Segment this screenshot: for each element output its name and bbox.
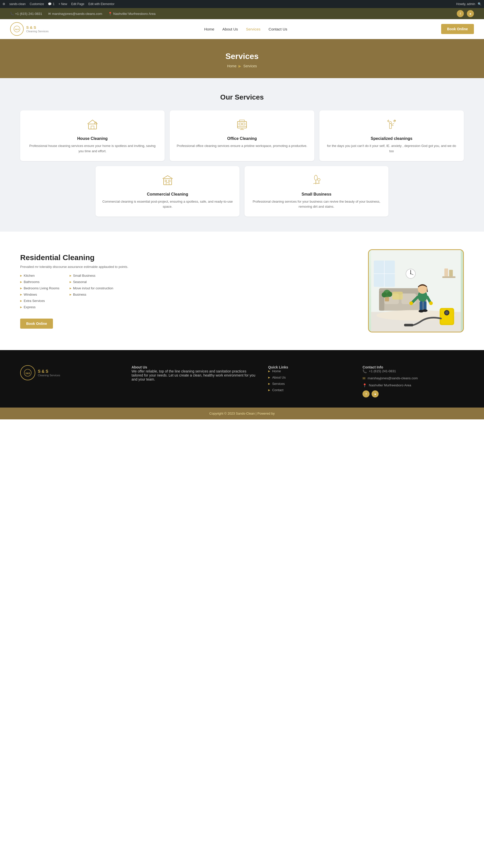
- nav-home[interactable]: Home: [204, 27, 214, 31]
- residential-image-area: [368, 249, 464, 333]
- location-icon: 📍: [108, 12, 112, 16]
- email-item[interactable]: ✉ marshayjones@sands-cleans.com: [48, 12, 102, 16]
- svg-rect-41: [404, 324, 414, 327]
- footer-phone-icon: 📞: [363, 369, 367, 373]
- svg-rect-3: [91, 126, 94, 129]
- residential-book-button[interactable]: Book Online: [20, 318, 53, 329]
- footer-location: 📍 Nashville/ Murfreesboro Area: [363, 383, 464, 388]
- footer-link-about[interactable]: About Us: [268, 375, 353, 379]
- nav-contact[interactable]: Contact Us: [269, 27, 287, 31]
- admin-comments[interactable]: 💬 1: [48, 2, 55, 6]
- email-address: marshayjones@sands-cleans.com: [52, 12, 102, 16]
- cleaning-image: [368, 249, 464, 333]
- house-cleaning-desc: Professional house cleaning services ens…: [26, 144, 158, 154]
- svg-point-40: [445, 311, 449, 314]
- admin-edit-page[interactable]: Edit Page: [71, 2, 84, 6]
- residential-list-col1: Kitchen Bathrooms Bedrooms Living Rooms …: [20, 274, 60, 311]
- footer-quicklinks-title: Quick Links: [268, 365, 353, 369]
- site-footer: S&S S & S Cleaning Services About Us We …: [0, 350, 484, 420]
- admin-wp-icon[interactable]: ⚙: [2, 2, 5, 6]
- svg-rect-13: [390, 124, 392, 128]
- office-cleaning-name: Office Cleaning: [176, 136, 308, 141]
- svg-rect-34: [392, 291, 403, 300]
- footer-about-col: About Us We offer reliable, top of the l…: [131, 365, 258, 398]
- svg-point-17: [394, 120, 395, 121]
- nav-services[interactable]: Services: [246, 27, 261, 31]
- commercial-cleaning-desc: Commercial cleaning is essential post-pr…: [101, 199, 234, 210]
- svg-point-64: [382, 292, 387, 298]
- book-online-button[interactable]: Book Online: [441, 24, 474, 34]
- location-text: Nashville/ Murfreesboro Area: [113, 12, 155, 16]
- list-item-seasonal: Seasonal: [69, 280, 114, 284]
- breadcrumb-home[interactable]: Home: [227, 64, 237, 68]
- office-cleaning-desc: Professional office cleaning services en…: [176, 144, 308, 149]
- logo-icon: S&S: [10, 22, 24, 36]
- banner-title: Services: [5, 52, 479, 61]
- footer-logo-icon: S&S: [20, 365, 35, 380]
- commercial-cleaning-icon: [101, 174, 234, 188]
- email-icon: ✉: [48, 12, 51, 16]
- svg-rect-54: [449, 270, 453, 277]
- facebook-icon[interactable]: f: [457, 10, 464, 17]
- footer-phone: 📞 +1 (615) 241-0831: [363, 369, 464, 373]
- list-item-windows: Windows: [20, 292, 60, 297]
- footer-link-home[interactable]: Home: [268, 369, 353, 373]
- svg-point-49: [410, 302, 413, 305]
- svg-rect-43: [420, 301, 423, 311]
- small-business-name: Small Business: [250, 192, 383, 196]
- footer-contact-title: Contact Info: [363, 365, 464, 369]
- footer-grid: S&S S & S Cleaning Services About Us We …: [20, 365, 464, 398]
- footer-instagram-icon[interactable]: ●: [371, 391, 379, 398]
- svg-point-14: [390, 122, 392, 124]
- list-item-small-business: Small Business: [69, 274, 114, 278]
- admin-customize[interactable]: Customize: [30, 2, 44, 6]
- location-item[interactable]: 📍 Nashville/ Murfreesboro Area: [108, 12, 155, 16]
- service-card-small-business: Small Business Professional cleaning ser…: [244, 166, 389, 217]
- admin-search-icon[interactable]: 🔍: [478, 2, 482, 6]
- footer-link-services[interactable]: Services: [268, 382, 353, 385]
- services-section-title: Our Services: [20, 93, 464, 101]
- admin-edit-elementor[interactable]: Edit with Elementor: [89, 2, 115, 6]
- service-card-house: House Cleaning Professional house cleani…: [20, 111, 164, 161]
- footer-logo-col: S&S S & S Cleaning Services: [20, 365, 121, 398]
- breadcrumb-current: Services: [243, 64, 257, 68]
- instagram-icon[interactable]: ●: [467, 10, 474, 17]
- page-banner: Services Home ▶ Services: [0, 39, 484, 78]
- svg-rect-20: [169, 180, 170, 182]
- services-grid-row1: House Cleaning Professional house cleani…: [20, 111, 464, 161]
- service-card-office: Office Cleaning Professional office clea…: [170, 111, 314, 161]
- svg-text:S&S: S&S: [15, 28, 19, 31]
- admin-bar: ⚙ sands-clean Customize 💬 1 + New Edit P…: [0, 0, 484, 8]
- footer-link-contact[interactable]: Contact: [268, 388, 353, 392]
- footer-logo-area: S&S S & S Cleaning Services: [20, 365, 121, 380]
- footer-email: ✉ marshayjones@sands-cleans.com: [363, 376, 464, 380]
- svg-rect-18: [163, 179, 172, 185]
- svg-point-46: [422, 309, 427, 312]
- breadcrumb: Home ▶ Services: [5, 64, 479, 68]
- footer-social: f ●: [363, 391, 464, 398]
- phone-icon: 📞: [10, 12, 14, 16]
- footer-logo-sub: Cleaning Services: [38, 374, 60, 377]
- svg-rect-21: [166, 183, 169, 185]
- specialized-cleaning-desc: for the days you just can't do it your s…: [326, 144, 458, 154]
- office-cleaning-icon: [176, 119, 308, 133]
- svg-point-65: [387, 291, 392, 297]
- residential-lists: Kitchen Bathrooms Bedrooms Living Rooms …: [20, 274, 353, 311]
- footer-about-text: We offer reliable, top of the line clean…: [131, 369, 258, 381]
- admin-site-name[interactable]: sands-clean: [9, 2, 26, 6]
- residential-title: Residential Cleaning: [20, 253, 353, 262]
- logo-subtext: Cleaning Services: [26, 30, 49, 33]
- services-grid-row2: Commercial Cleaning Commercial cleaning …: [95, 166, 389, 217]
- phone-item[interactable]: 📞 +1 (615) 241-0831: [10, 12, 42, 16]
- footer-facebook-icon[interactable]: f: [363, 391, 369, 398]
- main-content: Our Services House Cleaning Professional…: [0, 78, 484, 350]
- svg-rect-8: [242, 123, 245, 125]
- small-business-icon: [250, 174, 383, 188]
- site-header: S&S S & S Cleaning Services Home About U…: [0, 19, 484, 39]
- footer-location-icon: 📍: [363, 383, 367, 388]
- nav-about[interactable]: About Us: [222, 27, 238, 31]
- svg-text:S&S: S&S: [26, 372, 30, 374]
- admin-new[interactable]: + New: [59, 2, 67, 6]
- specialized-cleaning-name: Specialized cleanings: [326, 136, 458, 141]
- service-card-commercial: Commercial Cleaning Commercial cleaning …: [95, 166, 240, 217]
